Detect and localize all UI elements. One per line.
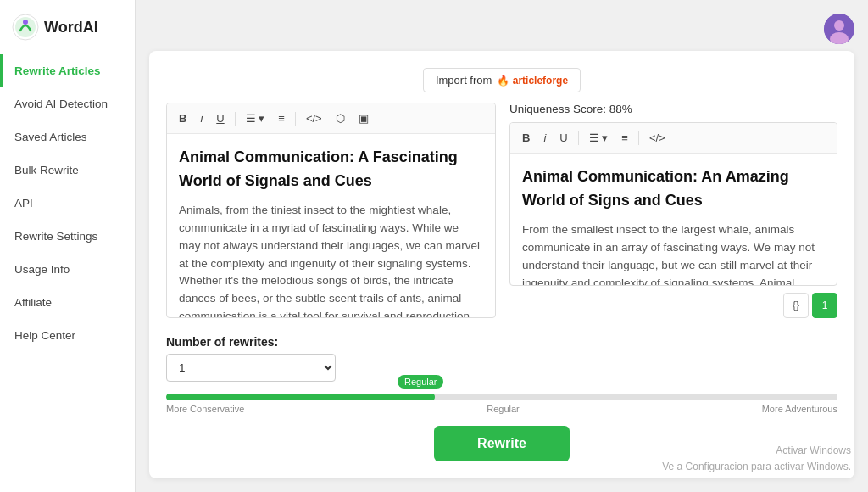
right-code-button[interactable]: </> — [646, 130, 669, 146]
bold-button[interactable]: B — [175, 110, 190, 126]
sidebar-item-affiliate[interactable]: Affiliate — [0, 286, 135, 319]
right-editor-text: From the smallest insect to the largest … — [522, 221, 825, 285]
right-panel-wrapper: Uniqueness Score: 88% B i U ☰ ▾ ≡ </> An… — [509, 103, 837, 318]
sidebar-item-usage-info[interactable]: Usage Info — [0, 253, 135, 286]
sidebar-item-api[interactable]: API — [0, 187, 135, 220]
sidebar-item-avoid-ai-detection[interactable]: Avoid AI Detection — [0, 87, 135, 120]
right-divider-1 — [578, 131, 579, 145]
divider-2 — [295, 112, 296, 126]
slider-label-center: Regular — [487, 404, 520, 414]
slider-track[interactable] — [166, 394, 837, 400]
wordai-logo-icon — [12, 14, 39, 41]
italic-button[interactable]: i — [197, 110, 206, 126]
left-editor-panel: B i U ☰ ▾ ≡ </> ⬡ ▣ Animal Communication… — [166, 103, 496, 318]
sidebar-item-help-center[interactable]: Help Center — [0, 319, 135, 352]
right-list-button[interactable]: ☰ ▾ — [586, 130, 612, 146]
left-editor-text: Animals, from the tiniest insect to the … — [179, 202, 483, 317]
left-editor-toolbar: B i U ☰ ▾ ≡ </> ⬡ ▣ — [167, 103, 495, 134]
logo-text: WordAI — [44, 19, 98, 36]
link-button[interactable]: ⬡ — [332, 110, 348, 126]
code-button[interactable]: </> — [303, 110, 326, 126]
rewrite-count-select[interactable]: 1 2 3 4 5 — [166, 354, 336, 382]
slider-container: Regular More Conservative Regular More A… — [166, 394, 837, 414]
right-panel-pagination: {} 1 — [509, 293, 837, 318]
content-panel: Import from 🔥 articleforge B i U ☰ ▾ ≡ <… — [149, 51, 854, 478]
slider-label-left: More Conservative — [166, 404, 244, 414]
sidebar-nav: Rewrite Articles Avoid AI Detection Save… — [0, 54, 135, 492]
right-ordered-list-button[interactable]: ≡ — [618, 130, 632, 146]
uniqueness-score: Uniqueness Score: 88% — [509, 103, 837, 115]
avatar-image — [824, 14, 854, 44]
bottom-controls: Number of rewrites: 1 2 3 4 5 Regular Mo… — [166, 335, 837, 461]
avatar[interactable] — [824, 14, 854, 44]
right-editor-body[interactable]: Animal Communication: An Amazing World o… — [510, 154, 837, 285]
main-content: Import from 🔥 articleforge B i U ☰ ▾ ≡ <… — [136, 0, 868, 492]
right-editor-title: Animal Communication: An Amazing World o… — [522, 165, 825, 213]
right-editor-toolbar: B i U ☰ ▾ ≡ </> — [510, 123, 837, 154]
slider-fill — [166, 394, 435, 400]
list-button[interactable]: ☰ ▾ — [242, 110, 269, 126]
logo: WordAI — [0, 0, 135, 54]
articleforge-brand: 🔥 articleforge — [497, 75, 568, 87]
import-button[interactable]: Import from 🔥 articleforge — [423, 68, 581, 92]
underline-button[interactable]: U — [213, 110, 227, 126]
top-bar — [149, 14, 854, 44]
import-prefix: Import from — [436, 74, 492, 87]
slider-labels: More Conservative Regular More Adventuro… — [166, 404, 837, 414]
page-1-button[interactable]: 1 — [812, 293, 837, 318]
rewrite-count-label: Number of rewrites: — [166, 335, 837, 349]
svg-point-4 — [834, 20, 844, 31]
right-divider-2 — [638, 131, 639, 145]
left-editor-title: Animal Communication: A Fascinating Worl… — [179, 146, 483, 193]
ordered-list-button[interactable]: ≡ — [275, 110, 288, 126]
sidebar: WordAI Rewrite Articles Avoid AI Detecti… — [0, 0, 136, 492]
right-italic-button[interactable]: i — [540, 130, 549, 146]
json-view-button[interactable]: {} — [783, 293, 809, 318]
editors-row: B i U ☰ ▾ ≡ </> ⬡ ▣ Animal Communication… — [166, 103, 837, 318]
right-bold-button[interactable]: B — [519, 130, 533, 146]
sidebar-item-saved-articles[interactable]: Saved Articles — [0, 120, 135, 154]
slider-bubble: Regular — [398, 375, 444, 389]
import-bar: Import from 🔥 articleforge — [166, 68, 837, 92]
sidebar-item-bulk-rewrite[interactable]: Bulk Rewrite — [0, 154, 135, 187]
divider-1 — [235, 112, 236, 126]
left-editor-body[interactable]: Animal Communication: A Fascinating Worl… — [167, 134, 495, 317]
svg-point-2 — [23, 20, 28, 25]
slider-label-right: More Adventurous — [762, 404, 837, 414]
image-button[interactable]: ▣ — [355, 110, 372, 126]
rewrite-button[interactable]: Rewrite — [434, 426, 570, 461]
sidebar-item-rewrite-articles[interactable]: Rewrite Articles — [0, 54, 135, 87]
sidebar-item-rewrite-settings[interactable]: Rewrite Settings — [0, 220, 135, 253]
right-editor-panel: B i U ☰ ▾ ≡ </> Animal Communication: An… — [509, 122, 837, 286]
right-underline-button[interactable]: U — [556, 130, 570, 146]
